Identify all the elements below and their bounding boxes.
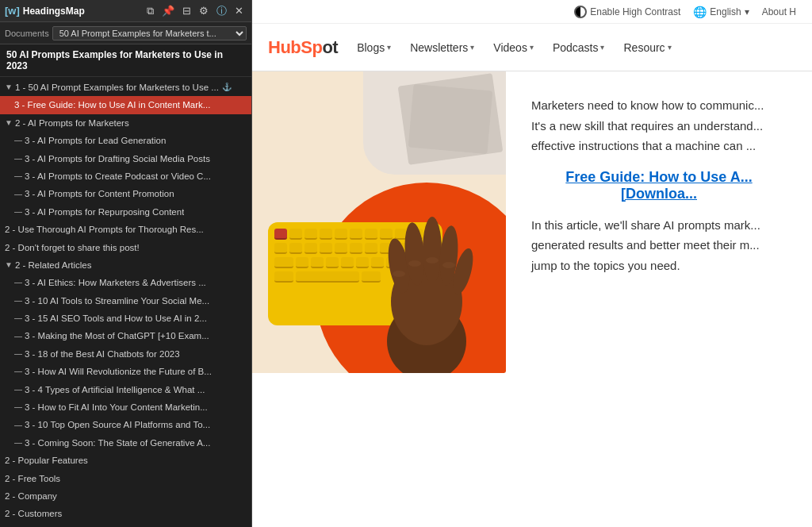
free-guide-link[interactable]: Free Guide: How to Use A...[Downloa...: [531, 169, 787, 202]
tree-item-text: 2 - Use Thorough AI Prompts for Thorough…: [5, 222, 204, 237]
nav-blogs[interactable]: Blogs ▾: [357, 41, 391, 54]
tree-item-26[interactable]: 2 - Partners: [0, 523, 251, 527]
tree-item-25[interactable]: 2 - Customers: [0, 505, 251, 522]
tree-toggle[interactable]: —: [14, 365, 22, 378]
close-button[interactable]: ✕: [232, 3, 247, 18]
documents-label: Documents: [5, 29, 49, 38]
tree-item-text: 3 - AI Prompts for Drafting Social Media…: [25, 152, 210, 166]
article-hero-image: [252, 71, 506, 527]
tree-toggle[interactable]: —: [14, 437, 22, 449]
sidebar-toolbar: ⧉ 📌 ⊟ ⚙ ⓘ ✕: [144, 2, 247, 20]
tree-item-20[interactable]: —3 - 10 Top Open Source AI Platforms and…: [0, 416, 251, 433]
tree-toggle[interactable]: ▼: [5, 117, 13, 129]
tree-item-4[interactable]: —3 - AI Prompts for Lead Generation: [0, 132, 251, 149]
tree-item-14[interactable]: —3 - 15 AI SEO Tools and How to Use AI i…: [0, 310, 251, 327]
tree-item-1[interactable]: ▼1 - 50 AI Prompt Examples for Marketers…: [0, 79, 251, 96]
tree-item-22[interactable]: 2 - Popular Features: [0, 452, 251, 469]
nav-newsletters-chevron: ▾: [470, 43, 474, 52]
article-paragraph-2: In this article, we'll share AI prompts …: [531, 215, 787, 276]
tree-toggle[interactable]: ▼: [5, 259, 13, 271]
globe-icon: 🌐: [693, 6, 707, 18]
info-button[interactable]: ⓘ: [213, 2, 230, 20]
tree-toggle[interactable]: —: [14, 330, 22, 343]
tree-item-18[interactable]: —3 - 4 Types of Artificial Intelligence …: [0, 381, 251, 398]
hubspot-logo[interactable]: HubSpot: [268, 37, 338, 58]
tree-toggle[interactable]: —: [14, 134, 22, 147]
tree-toggle[interactable]: —: [14, 348, 22, 360]
nav-resources-label: Resourc: [623, 41, 665, 54]
tree-item-3[interactable]: ▼2 - AI Prompts for Marketers: [0, 114, 251, 132]
tree-toggle[interactable]: —: [14, 170, 22, 183]
nav-videos-label: Videos: [493, 41, 527, 54]
tree-item-text: 3 - 18 of the Best AI Chatbots for 2023: [25, 347, 180, 361]
anchor-icon: ⚓: [222, 81, 232, 94]
main-content: Enable High Contrast 🌐 English ▾ About H…: [252, 0, 812, 527]
pin-button[interactable]: 📌: [159, 3, 178, 18]
plugin-icon: [w]: [5, 5, 20, 17]
tree-item-text: 3 - 4 Types of Artificial Intelligence &…: [25, 383, 205, 397]
tree-toggle[interactable]: —: [14, 401, 22, 414]
tree-toggle[interactable]: —: [14, 383, 22, 396]
hero-background: [252, 71, 506, 373]
tree-item-17[interactable]: —3 - How AI Will Revolutionize the Futur…: [0, 363, 251, 380]
tree-item-9[interactable]: 2 - Use Thorough AI Prompts for Thorough…: [0, 221, 251, 238]
tree-item-13[interactable]: —3 - 10 AI Tools to Streamline Your Soci…: [0, 292, 251, 310]
high-contrast-toggle[interactable]: Enable High Contrast: [574, 6, 680, 18]
nav-newsletters[interactable]: Newsletters ▾: [410, 41, 474, 54]
svg-point-8: [408, 260, 421, 267]
hand-svg: [355, 198, 498, 373]
nav-videos[interactable]: Videos ▾: [493, 41, 534, 54]
tree-item-text: 3 - Coming Soon: The State of Generative…: [25, 436, 210, 450]
tree-item-10[interactable]: 2 - Don't forget to share this post!: [0, 239, 251, 256]
tree-toggle[interactable]: —: [14, 294, 22, 307]
tree-item-2[interactable]: 3 - Free Guide: How to Use AI in Content…: [0, 96, 251, 113]
columns-button[interactable]: ⊟: [179, 3, 194, 18]
nav-newsletters-label: Newsletters: [410, 41, 468, 54]
tree-toggle[interactable]: —: [14, 419, 22, 432]
about-link[interactable]: About H: [762, 6, 796, 17]
tree-item-24[interactable]: 2 - Company: [0, 487, 251, 505]
tree-item-text: 3 - AI Prompts for Repurposing Content: [25, 205, 184, 219]
tree-item-21[interactable]: —3 - Coming Soon: The State of Generativ…: [0, 434, 251, 452]
tree-toggle[interactable]: —: [14, 206, 22, 218]
tree-item-text: 3 - 15 AI SEO Tools and How to Use AI in…: [25, 311, 207, 325]
tree-item-text: 3 - AI Prompts for Lead Generation: [25, 133, 166, 148]
document-title: 50 AI Prompts Examples for Marketers to …: [0, 44, 251, 77]
tree-item-text: 2 - Company: [5, 489, 57, 503]
article-area: Marketers need to know how to communic..…: [252, 71, 812, 527]
language-chevron: ▾: [745, 6, 749, 17]
svg-point-9: [426, 257, 439, 264]
tree-item-11[interactable]: ▼2 - Related Articles: [0, 256, 251, 274]
tree-toggle[interactable]: ▼: [5, 81, 13, 94]
tree-item-7[interactable]: —3 - AI Prompts for Content Promotion: [0, 185, 251, 202]
tree-item-text: 2 - Customers: [5, 506, 62, 521]
nav-resources[interactable]: Resourc ▾: [623, 41, 671, 54]
tree-item-16[interactable]: —3 - 18 of the Best AI Chatbots for 2023: [0, 345, 251, 363]
tree-item-5[interactable]: —3 - AI Prompts for Drafting Social Medi…: [0, 150, 251, 167]
tree-item-15[interactable]: —3 - Making the Most of ChatGPT [+10 Exa…: [0, 327, 251, 344]
tree-item-text: 3 - 10 AI Tools to Streamline Your Socia…: [25, 294, 209, 308]
language-selector[interactable]: 🌐 English ▾: [693, 6, 749, 18]
tree-toggle[interactable]: —: [14, 276, 22, 289]
tree-item-text: 2 - Popular Features: [5, 453, 88, 467]
tree-item-8[interactable]: —3 - AI Prompts for Repurposing Content: [0, 203, 251, 221]
document-select[interactable]: 50 AI Prompt Examples for Marketers t...: [52, 26, 247, 40]
tree-toggle[interactable]: —: [14, 152, 22, 165]
tree-item-text: 2 - Related Articles: [15, 258, 92, 272]
copy-button[interactable]: ⧉: [144, 3, 157, 19]
contrast-icon: [574, 6, 587, 18]
article-text-content: Marketers need to know how to communic..…: [506, 71, 812, 527]
tree-item-text: 3 - How AI Will Revolutionize the Future…: [25, 364, 212, 379]
settings-button[interactable]: ⚙: [196, 3, 212, 18]
nav-blogs-chevron: ▾: [387, 43, 391, 52]
tree-toggle[interactable]: —: [14, 188, 22, 201]
tree-item-19[interactable]: —3 - How to Fit AI Into Your Content Mar…: [0, 398, 251, 416]
tree-item-23[interactable]: 2 - Free Tools: [0, 470, 251, 487]
plugin-name: HeadingsMap: [23, 6, 85, 17]
nav-podcasts[interactable]: Podcasts ▾: [553, 41, 605, 54]
tree-item-6[interactable]: —3 - AI Prompts to Create Podcast or Vid…: [0, 167, 251, 185]
svg-point-7: [393, 271, 405, 277]
tree-toggle[interactable]: —: [14, 312, 22, 325]
about-label: About H: [762, 6, 796, 17]
tree-item-12[interactable]: —3 - AI Ethics: How Marketers & Advertis…: [0, 274, 251, 291]
